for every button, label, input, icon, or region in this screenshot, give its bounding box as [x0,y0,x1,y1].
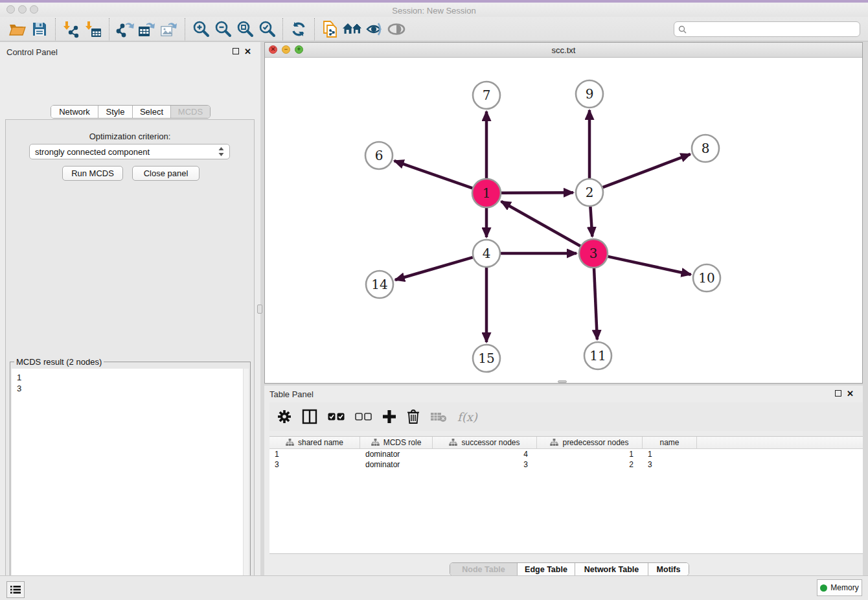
table-row[interactable]: 1 dominator 4 1 1 [269,449,863,459]
graph-node-4[interactable]: 4 [473,240,500,267]
column-header-name[interactable]: name [643,437,697,448]
network-window-resize-grip[interactable] [558,380,567,383]
float-panel-icon[interactable] [233,48,239,54]
graph-edge-2-3[interactable] [590,207,592,237]
cell-successor-nodes[interactable]: 3 [433,460,537,469]
float-table-panel-icon[interactable] [835,390,841,397]
cell-name[interactable]: 1 [643,450,697,459]
column-browser-button[interactable] [302,409,317,424]
delete-table-button[interactable] [430,411,447,422]
export-image-button[interactable] [158,19,180,40]
graph-node-15[interactable]: 15 [473,345,500,372]
search-field[interactable] [674,21,860,37]
tab-select[interactable]: Select [133,106,171,118]
column-label: successor nodes [461,438,520,447]
criterion-value: strongly connected component [35,147,150,157]
plus-icon [382,410,396,424]
tab-mcds[interactable]: MCDS [171,106,210,118]
graph-node-2[interactable]: 2 [576,179,603,206]
graph-edge-3-1[interactable] [501,202,580,246]
cell-predecessor-nodes[interactable]: 1 [537,450,643,459]
export-network-button[interactable] [114,19,136,40]
graph-edge-1-2[interactable] [501,192,573,193]
cell-shared-name[interactable]: 1 [269,450,360,459]
graph-node-10[interactable]: 10 [693,264,720,292]
cell-successor-nodes[interactable]: 4 [433,450,537,459]
hide-selected-button[interactable] [363,19,385,40]
toolbar-separator [185,18,185,40]
criterion-dropdown[interactable]: strongly connected component [29,144,230,159]
optimization-criterion-label: Optimization criterion: [6,132,254,141]
tab-style[interactable]: Style [98,106,133,118]
close-table-panel-icon[interactable]: ✕ [847,390,854,397]
node-label: 15 [478,351,494,366]
show-hidden-button[interactable] [385,19,407,40]
graph-node-11[interactable]: 11 [584,342,611,369]
tab-edge-table[interactable]: Edge Table [518,563,575,575]
network-window-titlebar[interactable]: ✕ − + scc.txt [265,43,862,58]
node-label: 2 [586,185,594,200]
graph-node-6[interactable]: 6 [365,142,393,169]
tab-motifs[interactable]: Motifs [648,563,689,575]
graph-node-8[interactable]: 8 [692,135,719,162]
zoom-selected-button[interactable] [256,19,278,40]
column-header-predecessor-nodes[interactable]: predecessor nodes [537,437,643,448]
cell-shared-name[interactable]: 3 [269,460,360,469]
graph-node-14[interactable]: 14 [366,271,393,298]
close-panel-icon[interactable]: ✕ [244,48,251,55]
eye-icon [387,21,406,37]
select-all-rows-button[interactable] [328,413,345,421]
export-image-icon [159,20,179,38]
graph-edge-1-6[interactable] [394,161,473,188]
table-row[interactable]: 3 dominator 3 2 3 [269,459,863,470]
delete-row-button[interactable] [407,409,420,424]
home-button[interactable] [341,19,363,40]
table-settings-button[interactable] [277,410,291,424]
search-input[interactable] [689,25,856,34]
column-header-mcds-role[interactable]: MCDS role [360,437,433,448]
zoom-fit-button[interactable] [234,19,256,40]
import-table-button[interactable] [82,19,104,40]
node-label: 9 [586,86,594,102]
graph-node-1[interactable]: 1 [472,179,501,207]
graph-node-3[interactable]: 3 [579,239,608,268]
task-history-button[interactable] [6,581,25,598]
memory-button[interactable]: Memory [817,579,862,596]
import-network-icon [62,20,80,38]
node-label: 11 [589,348,606,363]
network-graph-canvas[interactable]: 7968124314101511 [265,58,862,383]
deselect-all-rows-button[interactable] [355,413,372,421]
panel-splitter-grip[interactable] [257,305,262,314]
export-table-button[interactable] [136,19,158,40]
refresh-icon [290,21,307,38]
graph-node-9[interactable]: 9 [576,80,603,108]
cell-mcds-role[interactable]: dominator [360,450,433,459]
tab-node-table[interactable]: Node Table [450,563,518,575]
node-label: 10 [698,270,714,286]
graph-node-7[interactable]: 7 [473,82,500,109]
run-mcds-button[interactable]: Run MCDS [62,166,123,181]
mcds-result-text[interactable]: 1 3 [12,369,249,600]
zoom-in-button[interactable] [190,19,212,40]
column-header-shared-name[interactable]: shared name [269,437,360,448]
close-panel-button[interactable]: Close panel [132,166,200,181]
refresh-button[interactable] [288,19,310,40]
graph-edge-2-8[interactable] [603,154,691,187]
tab-network-table[interactable]: Network Table [575,563,648,575]
add-row-button[interactable] [382,410,396,424]
graph-edge-4-14[interactable] [395,257,473,280]
apply-function-button[interactable]: f(x) [457,410,477,424]
zoom-out-button[interactable] [212,19,234,40]
mcds-result-scrollbar[interactable] [243,369,249,600]
graph-edge-3-11[interactable] [594,268,597,340]
import-network-button[interactable] [60,19,82,40]
graph-edge-3-10[interactable] [608,257,691,275]
cell-mcds-role[interactable]: dominator [360,460,433,469]
cell-predecessor-nodes[interactable]: 2 [537,460,643,469]
cell-name[interactable]: 3 [643,460,697,469]
save-session-button[interactable] [29,19,51,40]
column-header-successor-nodes[interactable]: successor nodes [433,437,537,448]
copy-network-view-button[interactable] [319,19,341,40]
open-session-button[interactable] [6,19,29,40]
tab-network[interactable]: Network [51,106,98,118]
